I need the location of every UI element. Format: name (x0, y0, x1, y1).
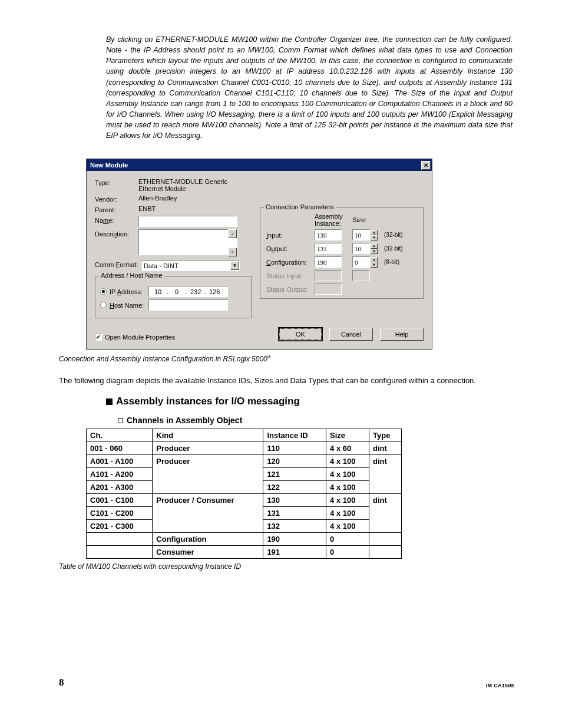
host-name-radio[interactable] (100, 302, 107, 308)
vendor-value: Allen-Bradley (138, 195, 252, 202)
comm-format-value: Data - DINT (141, 262, 230, 269)
hollow-square-icon (118, 418, 123, 423)
assembly-instances-heading: Assembly instances for I/O messaging (106, 396, 515, 407)
connection-parameters-legend: Connection Parameters (264, 203, 336, 210)
name-input[interactable] (138, 216, 237, 227)
table-header-row: Ch. Kind Instance ID Size Type (87, 429, 402, 442)
table-row: Consumer1910 (87, 546, 402, 559)
ip-address-input[interactable]: 10. 0. 232. 126 (148, 286, 228, 297)
help-button[interactable]: Help (380, 328, 424, 341)
table-row: Configuration1900 (87, 533, 402, 546)
name-label: Name: (95, 216, 138, 224)
following-paragraph: The following diagram depicts the availa… (59, 376, 515, 385)
status-input-instance-field (315, 270, 342, 281)
parent-value: ENBT (138, 205, 252, 212)
open-module-properties-checkbox[interactable]: ✔ (95, 334, 102, 341)
spin-up-icon[interactable]: ▲ (371, 243, 378, 249)
host-name-label: Host Name: (110, 302, 144, 309)
spin-up-icon[interactable]: ▲ (371, 230, 378, 235)
assembly-instances-table: Ch. Kind Instance ID Size Type 001 - 060… (86, 429, 402, 559)
ip-address-radio[interactable] (100, 288, 107, 295)
output-instance-field[interactable] (315, 243, 342, 254)
parent-label: Parent: (95, 205, 138, 213)
configuration-bits-label: (8-bit) (384, 259, 419, 265)
output-label: Output: (266, 245, 311, 252)
chevron-down-icon[interactable]: ▼ (230, 261, 239, 270)
intro-paragraph: By clicking on ETHERNET-MODULE MW100 wit… (59, 34, 515, 141)
spin-down-icon[interactable]: ▼ (371, 262, 378, 268)
spin-down-icon[interactable]: ▼ (371, 249, 378, 254)
assembly-instance-header: Assembly Instance: (315, 213, 349, 227)
configuration-label: Configuration: (266, 259, 311, 266)
table-row: 001 - 060Producer1104 x 60dint (87, 442, 402, 455)
type-label: Type: (95, 178, 138, 186)
ok-button[interactable]: OK (279, 328, 322, 341)
description-label: Description: (95, 229, 138, 238)
status-input-label: Status Input: (266, 272, 311, 279)
status-input-size-field (352, 270, 370, 281)
dialog-title: New Module (90, 162, 128, 169)
status-output-label: Status Output: (266, 286, 311, 293)
dialog-caption: Connection and Assembly Instance Configu… (59, 354, 515, 363)
channels-subheading: Channels in Assembly Object (118, 416, 515, 425)
input-bits-label: (32-bit) (384, 232, 419, 238)
input-label: Input: (266, 232, 311, 239)
address-host-legend: Address / Host Name (99, 272, 164, 279)
vendor-label: Vendor: (95, 195, 138, 203)
table-caption: Table of MW100 Channels with correspondi… (59, 562, 515, 571)
spin-down-icon[interactable]: ▼ (371, 235, 378, 241)
input-instance-field[interactable] (315, 229, 342, 241)
close-icon[interactable]: ✕ (421, 161, 431, 170)
scroll-down-icon[interactable]: ▼ (228, 248, 237, 256)
scroll-up-icon[interactable]: ▲ (228, 229, 237, 238)
table-row: C001 - C100Producer / Consumer1304 x 100… (87, 494, 402, 507)
comm-format-select[interactable]: Data - DINT ▼ (141, 260, 240, 271)
status-output-instance-field (315, 284, 342, 295)
size-header: Size: (352, 216, 381, 223)
comm-format-label: Comm Format: (95, 260, 141, 268)
document-id: IM CA150E (486, 683, 515, 689)
spin-up-icon[interactable]: ▲ (371, 257, 378, 262)
host-name-input[interactable] (148, 299, 228, 311)
configuration-size-field[interactable] (352, 256, 370, 268)
address-host-group: Address / Host Name IP Address: 10. 0. 2… (95, 276, 252, 318)
description-input[interactable] (138, 229, 237, 255)
output-bits-label: (32-bit) (384, 245, 419, 252)
table-row: A001 - A100Producer1204 x 100dint (87, 455, 402, 468)
ip-address-label: IP Address: (110, 288, 143, 295)
configuration-instance-field[interactable] (315, 256, 342, 268)
new-module-dialog: New Module ✕ Type:ETHERNET-MODULE Generi… (86, 159, 432, 350)
type-value: ETHERNET-MODULE Generic Ethernet Module (138, 178, 252, 192)
open-module-properties-label: Open Module Properties (105, 334, 175, 341)
cancel-button[interactable]: Cancel (329, 328, 373, 341)
filled-square-icon (106, 398, 113, 405)
connection-parameters-group: Connection Parameters Assembly Instance:… (260, 207, 424, 299)
page-number: 8 (59, 677, 64, 689)
input-size-field[interactable] (352, 229, 370, 241)
output-size-field[interactable] (352, 243, 370, 254)
